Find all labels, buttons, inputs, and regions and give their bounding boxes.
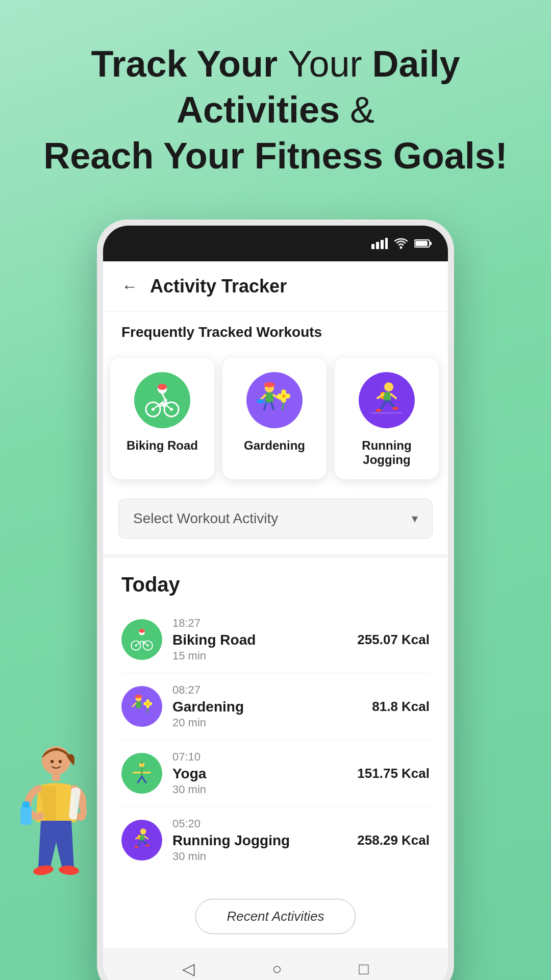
svg-point-74 — [140, 828, 146, 835]
home-nav-icon[interactable]: ○ — [272, 960, 282, 978]
list-item-running[interactable]: 05:20 Running Jogging 30 min 258.29 Kcal — [121, 807, 430, 873]
section-label: Frequently Tracked Workouts — [103, 312, 448, 349]
svg-rect-0 — [371, 244, 374, 249]
fitness-person-illustration — [10, 740, 102, 893]
yoga-calories: 151.75 Kcal — [357, 766, 430, 781]
running-icon — [366, 380, 407, 421]
gardening-card-name: Gardening — [244, 438, 305, 453]
hero-ampersand: & — [350, 89, 374, 130]
svg-point-62 — [147, 703, 149, 705]
gardening-list-icon — [121, 686, 162, 727]
notch — [224, 226, 327, 245]
wifi-icon — [394, 238, 408, 249]
gardening-calories: 81.8 Kcal — [372, 699, 430, 715]
gardening-time: 08:27 — [172, 683, 362, 697]
app-header: ← Activity Tracker — [103, 261, 448, 312]
list-item-biking[interactable]: 18:27 Biking Road 15 min 255.07 Kcal — [121, 606, 430, 673]
svg-point-66 — [146, 705, 149, 708]
gardening-duration: 20 min — [172, 716, 362, 729]
svg-rect-76 — [140, 835, 144, 841]
yoga-name: Yoga — [172, 766, 347, 782]
activity-cards: Biking Road — [108, 354, 443, 483]
today-title: Today — [121, 573, 430, 596]
activity-card-gardening[interactable]: Gardening — [222, 358, 327, 479]
svg-point-91 — [58, 865, 79, 875]
today-section: Today — [103, 558, 448, 889]
list-item-yoga[interactable]: 07:10 Yoga 30 min 151.75 Kcal — [121, 740, 430, 807]
svg-rect-87 — [20, 805, 32, 825]
app-title: Activity Tracker — [150, 276, 287, 297]
svg-point-65 — [146, 699, 149, 703]
svg-rect-7 — [415, 241, 428, 246]
svg-point-84 — [51, 760, 54, 763]
list-item-gardening[interactable]: 08:27 Gardening 20 min 81.8 Kcal — [121, 673, 430, 740]
svg-line-42 — [389, 401, 394, 407]
svg-rect-40 — [384, 392, 391, 401]
running-time: 05:20 — [172, 817, 347, 830]
svg-line-41 — [381, 401, 386, 409]
activity-card-biking[interactable]: Biking Road — [110, 358, 214, 479]
svg-line-77 — [138, 841, 141, 846]
svg-point-82 — [145, 844, 149, 846]
svg-rect-1 — [376, 242, 379, 249]
svg-line-18 — [162, 400, 165, 402]
svg-line-80 — [144, 836, 148, 839]
svg-point-73 — [140, 762, 143, 764]
biking-calories: 255.07 Kcal — [357, 632, 430, 648]
running-list-icon-svg — [129, 827, 155, 853]
svg-line-28 — [271, 403, 273, 409]
workout-activity-dropdown[interactable]: Select Workout Activity ▾ — [118, 499, 433, 538]
svg-rect-2 — [381, 240, 384, 249]
yoga-time: 07:10 — [172, 750, 347, 764]
svg-point-45 — [375, 409, 382, 412]
status-icons — [371, 238, 433, 249]
svg-line-71 — [138, 777, 142, 783]
svg-point-90 — [33, 864, 55, 877]
recents-nav-icon[interactable]: □ — [359, 960, 368, 978]
signal-icon — [371, 238, 388, 249]
running-calories: 258.29 Kcal — [357, 832, 430, 848]
running-card-name: Running Jogging — [345, 438, 429, 467]
activity-card-running[interactable]: Running Jogging — [335, 358, 439, 479]
svg-point-9 — [158, 384, 167, 390]
svg-line-72 — [142, 777, 146, 783]
svg-point-34 — [281, 398, 286, 403]
recent-btn-section: Recent Activities — [103, 889, 448, 948]
back-button[interactable]: ← — [121, 277, 138, 296]
svg-point-46 — [392, 407, 398, 410]
svg-rect-3 — [385, 238, 388, 249]
hero-section: Track Your Your Daily Activities & Reach… — [0, 0, 551, 199]
svg-line-35 — [282, 403, 284, 410]
svg-point-4 — [400, 247, 403, 249]
biking-name: Biking Road — [172, 632, 347, 648]
svg-point-49 — [139, 629, 145, 633]
biking-duration: 15 min — [172, 649, 347, 663]
svg-point-38 — [384, 382, 393, 391]
svg-rect-36 — [257, 399, 263, 403]
hero-your: Your — [288, 43, 372, 84]
running-icon-circle — [359, 372, 415, 428]
recent-activities-button[interactable]: Recent Activities — [195, 899, 355, 934]
yoga-list-icon — [121, 753, 162, 794]
svg-rect-24 — [265, 393, 273, 403]
hero-track: Track Your — [91, 43, 288, 84]
running-name: Running Jogging — [172, 832, 347, 849]
battery-icon — [414, 239, 433, 248]
biking-list-icon — [121, 619, 162, 660]
phone-mockup: ← Activity Tracker Frequently Tracked Wo… — [97, 219, 454, 980]
svg-point-64 — [149, 702, 153, 706]
running-list-icon — [121, 820, 162, 861]
fitness-person-svg — [10, 740, 102, 903]
svg-point-56 — [147, 645, 149, 647]
dropdown-arrow-icon: ▾ — [412, 511, 418, 526]
gardening-icon — [254, 380, 295, 421]
svg-point-55 — [135, 645, 137, 647]
biking-card-name: Biking Road — [127, 438, 198, 453]
svg-line-60 — [133, 703, 136, 707]
bottom-nav: ◁ ○ □ — [103, 948, 448, 980]
svg-line-78 — [143, 841, 147, 845]
back-nav-icon[interactable]: ◁ — [182, 959, 195, 978]
gardening-name: Gardening — [172, 699, 362, 715]
svg-rect-88 — [22, 801, 30, 807]
svg-point-30 — [282, 395, 285, 398]
